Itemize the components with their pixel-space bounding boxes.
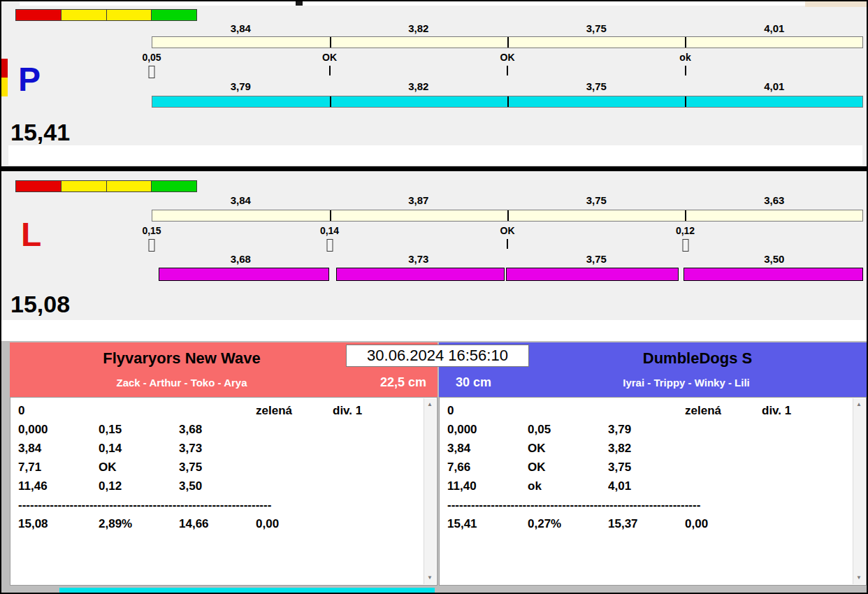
split-row: 3,84 OK 3,82	[440, 439, 853, 458]
split-value: 3,63	[686, 194, 864, 206]
split-row: 7,66 OK 3,75	[440, 458, 853, 477]
lane-p-total-time: 15,41	[10, 120, 70, 144]
split-value: 3,84	[152, 22, 330, 34]
team-right-name: DumbleDogs S	[528, 349, 867, 368]
light-yellow-icon	[62, 9, 107, 21]
bar-divider	[507, 96, 509, 107]
dog-time-value: 3,79	[152, 80, 330, 92]
lane-p-start-lights	[15, 9, 197, 21]
penalty-value: 0,14	[99, 439, 179, 458]
start-count: 0	[18, 401, 99, 420]
team-left-result-grid: 0 zelená div. 1 0,000 0,15 3,68 3,84 0,1…	[10, 401, 424, 533]
dog-time-value: 3,68	[152, 253, 330, 265]
dog-time-value: 3,50	[686, 253, 864, 265]
mark-label: 0,05	[142, 52, 161, 63]
dog-time: 3,75	[179, 458, 256, 477]
separator-row: ----------------------------------------…	[10, 495, 424, 514]
division-label: div. 1	[333, 401, 424, 420]
lane-p-time-bar	[152, 96, 863, 108]
split-value: 3,84	[152, 194, 330, 206]
tick-marker	[329, 66, 331, 75]
lane-divider	[1, 166, 867, 171]
light-green-icon	[152, 9, 197, 21]
mark-label: 0,14	[320, 225, 339, 236]
net-time: 15,37	[608, 514, 685, 533]
light-yellow-icon	[107, 180, 152, 192]
bar-divider	[685, 96, 686, 107]
time-bar-segment	[336, 268, 505, 281]
sensor-box-marker	[682, 239, 688, 252]
penalty-value: ok	[528, 477, 608, 495]
split-row: 0,000 0,15 3,68	[10, 420, 424, 439]
sensor-box-marker	[149, 66, 155, 78]
bar-divider	[685, 37, 686, 48]
lane-p-upper-split-values: 3,84 3,82 3,75 4,01	[152, 22, 863, 34]
dog-time-value: 3,75	[507, 80, 686, 92]
team-right-members: Iyrai - Trippy - Winky - Lili	[506, 377, 867, 389]
penalty-value: 0,15	[99, 420, 179, 439]
tick-marker	[685, 66, 686, 75]
scroll-up-icon[interactable]: ▲	[853, 399, 865, 410]
total-time: 15,08	[18, 514, 99, 533]
separator-row: ----------------------------------------…	[440, 495, 853, 514]
bar-divider	[507, 210, 509, 221]
cumulative-time: 3,84	[447, 439, 528, 458]
scroll-down-icon[interactable]: ▼	[853, 572, 865, 584]
lane-p-upper-bar	[152, 36, 863, 48]
mark-label: 0,15	[142, 225, 161, 236]
top-right-window-fragment	[805, 1, 867, 7]
split-value: 3,87	[330, 194, 508, 206]
dog-time: 3,82	[608, 439, 685, 458]
team-right-jump-height: 30 cm	[456, 375, 491, 390]
lane-p-panel: 3,84 3,82 3,75 4,01 0,05 OK OK ok 3,79 3…	[8, 7, 862, 168]
split-row: 3,84 0,14 3,73	[10, 439, 424, 458]
info-row: 0 zelená div. 1	[10, 401, 424, 420]
light-red-icon	[15, 180, 62, 192]
penalty-value: OK	[528, 458, 608, 477]
sensor-box-marker	[149, 239, 155, 252]
lane-l-mark-labels: 0,15 0,14 OK 0,12	[152, 225, 863, 237]
split-row: 0,000 0,05 3,79	[440, 420, 853, 439]
lane-l-letter: L	[21, 218, 41, 252]
split-value: 3,82	[330, 22, 508, 34]
lane-l-upper-bar	[152, 210, 863, 222]
heat-timestamp: 30.06.2024 16:56:10	[346, 345, 529, 367]
team-right-result-grid: 0 zelená div. 1 0,000 0,05 3,79 3,84 OK …	[440, 401, 853, 533]
extra-value: 0,00	[256, 514, 333, 533]
lane-p-letter: P	[18, 63, 41, 96]
lane-l-upper-split-values: 3,84 3,87 3,75 3,63	[152, 194, 863, 206]
scroll-down-icon[interactable]: ▼	[424, 572, 435, 584]
scroll-up-icon[interactable]: ▲	[424, 399, 435, 410]
totals-row: 15,41 0,27% 15,37 0,00	[440, 514, 853, 533]
team-card-right: DumbleDogs S Iyrai - Trippy - Winky - Li…	[439, 342, 867, 586]
cumulative-time: 7,71	[18, 458, 99, 477]
bar-divider	[330, 210, 331, 221]
light-red-icon	[15, 9, 62, 21]
split-value: 3,75	[507, 22, 686, 34]
bottom-cyan-strip	[59, 588, 435, 593]
tick-marker	[507, 66, 508, 75]
penalty-value: 0,12	[99, 477, 179, 495]
vertical-scrollbar[interactable]: ▲ ▼	[853, 398, 865, 584]
cumulative-time: 0,000	[447, 420, 528, 439]
bar-divider	[330, 37, 331, 48]
vertical-scrollbar[interactable]: ▲ ▼	[424, 398, 436, 584]
dog-time-value: 3,75	[507, 253, 686, 265]
penalty-value: 0,05	[528, 420, 608, 439]
team-left-jump-height: 22,5 cm	[380, 375, 426, 390]
split-row: 11,40 ok 4,01	[440, 477, 853, 495]
left-edge-yellow-artifact	[1, 78, 8, 96]
start-count: 0	[447, 401, 528, 420]
penalty-percent: 2,89%	[99, 514, 179, 533]
info-row: 0 zelená div. 1	[440, 401, 853, 420]
flyball-timing-window: 3,84 3,82 3,75 4,01 0,05 OK OK ok 3,79 3…	[0, 0, 868, 594]
split-row: 11,46 0,12 3,50	[10, 477, 424, 495]
bar-divider	[330, 96, 331, 107]
lane-l-panel: 3,84 3,87 3,75 3,63 0,15 0,14 OK 0,12 3,…	[8, 173, 862, 321]
bar-divider	[685, 210, 686, 221]
team-left-results-area[interactable]: 0 zelená div. 1 0,000 0,15 3,68 3,84 0,1…	[10, 397, 437, 586]
time-bar-segment	[683, 268, 863, 281]
team-right-results-area[interactable]: 0 zelená div. 1 0,000 0,05 3,79 3,84 OK …	[439, 397, 867, 586]
team-card-left: Flyvaryors New Wave Zack - Arthur - Toko…	[10, 342, 437, 586]
lane-p-footer-strip	[8, 145, 862, 165]
